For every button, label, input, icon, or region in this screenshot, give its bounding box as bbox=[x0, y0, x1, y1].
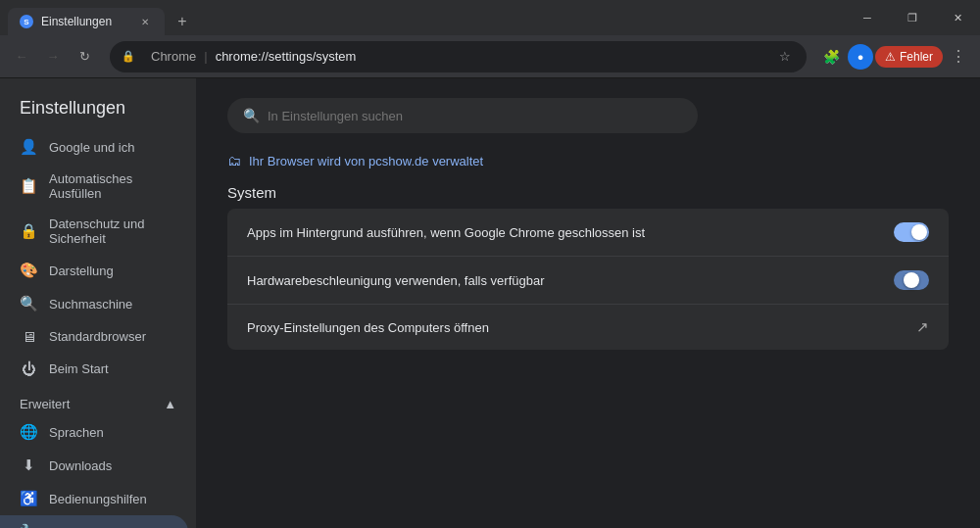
toolbar: ← → ↻ 🔒 Chrome | chrome://settings/syste… bbox=[0, 35, 980, 78]
error-button[interactable]: ⚠ Fehler bbox=[875, 46, 943, 68]
sidebar-item-browser-label: Standardbrowser bbox=[49, 329, 146, 344]
advanced-section-label: Erweitert bbox=[20, 397, 70, 411]
managed-notice-text: Ihr Browser wird von pcshow.de verwaltet bbox=[249, 154, 483, 168]
sidebar-item-privacy[interactable]: 🔒 Datenschutz und Sicherheit bbox=[0, 209, 188, 254]
sidebar-item-autofill-label: Automatisches Ausfüllen bbox=[49, 171, 169, 201]
sidebar: Einstellungen 👤 Google und ich 📋 Automat… bbox=[0, 78, 196, 528]
proxy-settings-label: Proxy-Einstellungen des Computers öffnen bbox=[247, 320, 489, 335]
content-area: 🔍 🗂 Ihr Browser wird von pcshow.de verwa… bbox=[196, 78, 980, 528]
forward-button[interactable]: → bbox=[39, 43, 67, 71]
sidebar-item-downloads-label: Downloads bbox=[49, 458, 112, 473]
address-site: Chrome bbox=[151, 49, 196, 64]
accessibility-icon: ♿ bbox=[20, 490, 37, 507]
background-apps-row: Apps im Hintergrund ausführen, wenn Goog… bbox=[227, 209, 949, 257]
sidebar-item-accessibility-label: Bedienungshilfen bbox=[49, 492, 147, 506]
sidebar-item-search[interactable]: 🔍 Suchmaschine bbox=[0, 287, 188, 320]
restore-button[interactable]: ❐ bbox=[890, 0, 935, 35]
sidebar-item-autofill[interactable]: 📋 Automatisches Ausfüllen bbox=[0, 164, 188, 209]
managed-icon: 🗂 bbox=[227, 153, 241, 168]
autofill-icon: 📋 bbox=[20, 177, 37, 195]
search-nav-icon: 🔍 bbox=[20, 295, 37, 312]
back-button[interactable]: ← bbox=[8, 43, 35, 71]
appearance-icon: 🎨 bbox=[20, 262, 37, 279]
advanced-section-header[interactable]: Erweitert ▲ bbox=[0, 385, 196, 415]
hardware-accel-label: Hardwarebeschleunigung verwenden, falls … bbox=[247, 273, 545, 288]
sidebar-item-privacy-label: Datenschutz und Sicherheit bbox=[49, 216, 169, 246]
window-controls: ─ ❐ ✕ bbox=[845, 0, 980, 35]
sidebar-item-browser[interactable]: 🖥 Standardbrowser bbox=[0, 320, 188, 353]
error-label: Fehler bbox=[900, 50, 933, 64]
sidebar-item-accessibility[interactable]: ♿ Bedienungshilfen bbox=[0, 482, 188, 515]
sidebar-item-appearance[interactable]: 🎨 Darstellung bbox=[0, 254, 188, 287]
startup-icon: ⏻ bbox=[20, 360, 37, 377]
profile-button[interactable]: ● bbox=[848, 44, 873, 70]
download-icon: ⬇ bbox=[20, 456, 37, 474]
sidebar-item-google[interactable]: 👤 Google und ich bbox=[0, 130, 188, 164]
sidebar-item-startup[interactable]: ⏻ Beim Start bbox=[0, 353, 188, 385]
person-icon: 👤 bbox=[20, 138, 37, 156]
tab-area: S Einstellungen ✕ + bbox=[0, 0, 196, 35]
sidebar-item-languages-label: Sprachen bbox=[49, 425, 104, 440]
proxy-settings-row: Proxy-Einstellungen des Computers öffnen… bbox=[227, 305, 949, 350]
languages-icon: 🌐 bbox=[20, 423, 37, 441]
error-icon: ⚠ bbox=[885, 50, 896, 64]
address-url: chrome://settings/system bbox=[216, 49, 767, 64]
hardware-accel-toggle[interactable] bbox=[894, 270, 929, 290]
new-tab-button[interactable]: + bbox=[169, 8, 196, 35]
hardware-accel-row: Hardwarebeschleunigung verwenden, falls … bbox=[227, 257, 949, 305]
background-apps-toggle[interactable] bbox=[894, 222, 929, 242]
sidebar-item-downloads[interactable]: ⬇ Downloads bbox=[0, 449, 188, 482]
chevron-up-icon: ▲ bbox=[164, 397, 176, 411]
address-bar[interactable]: 🔒 Chrome | chrome://settings/system ☆ bbox=[110, 41, 807, 72]
lock-icon: 🔒 bbox=[122, 50, 135, 63]
external-link-icon[interactable]: ↗ bbox=[916, 318, 929, 336]
sidebar-item-appearance-label: Darstellung bbox=[49, 264, 114, 278]
reload-button[interactable]: ↻ bbox=[71, 43, 98, 71]
background-apps-label: Apps im Hintergrund ausführen, wenn Goog… bbox=[247, 225, 645, 240]
sidebar-item-google-label: Google und ich bbox=[49, 140, 134, 155]
lock-nav-icon: 🔒 bbox=[20, 222, 37, 240]
extensions-button[interactable]: 🧩 bbox=[818, 43, 846, 71]
tab-title: Einstellungen bbox=[41, 15, 129, 28]
bookmark-star-icon[interactable]: ☆ bbox=[775, 45, 795, 68]
hardware-accel-toggle-container bbox=[894, 270, 929, 290]
sidebar-title: Einstellungen bbox=[0, 90, 196, 130]
active-tab[interactable]: S Einstellungen ✕ bbox=[8, 8, 165, 35]
background-apps-toggle-container bbox=[894, 222, 929, 242]
main-layout: Einstellungen 👤 Google und ich 📋 Automat… bbox=[0, 78, 980, 528]
close-button[interactable]: ✕ bbox=[935, 0, 980, 35]
proxy-settings-action: ↗ bbox=[916, 318, 929, 336]
managed-notice: 🗂 Ihr Browser wird von pcshow.de verwalt… bbox=[227, 153, 949, 168]
toolbar-icons: 🧩 ● ⚠ Fehler ⋮ bbox=[818, 43, 972, 71]
profile-avatar: ● bbox=[858, 51, 864, 63]
search-icon: 🔍 bbox=[243, 108, 260, 123]
menu-button[interactable]: ⋮ bbox=[945, 43, 972, 71]
system-settings-card: Apps im Hintergrund ausführen, wenn Goog… bbox=[227, 209, 949, 350]
titlebar: S Einstellungen ✕ + ─ ❐ ✕ bbox=[0, 0, 980, 35]
search-bar[interactable]: 🔍 bbox=[227, 98, 698, 133]
sidebar-item-languages[interactable]: 🌐 Sprachen bbox=[0, 415, 188, 449]
system-section-title: System bbox=[227, 184, 949, 201]
tab-close-button[interactable]: ✕ bbox=[137, 14, 153, 29]
sidebar-item-search-label: Suchmaschine bbox=[49, 297, 132, 312]
toggle-knob bbox=[911, 224, 927, 240]
search-input[interactable] bbox=[268, 109, 682, 123]
toggle-knob-2 bbox=[904, 272, 919, 288]
sidebar-item-system-label: System bbox=[49, 525, 91, 529]
system-wrench-icon: 🔧 bbox=[20, 523, 37, 528]
sidebar-item-system[interactable]: 🔧 System bbox=[0, 515, 188, 528]
minimize-button[interactable]: ─ bbox=[845, 0, 890, 35]
browser-icon: 🖥 bbox=[20, 328, 37, 345]
tab-favicon: S bbox=[20, 15, 33, 28]
sidebar-item-startup-label: Beim Start bbox=[49, 361, 109, 376]
